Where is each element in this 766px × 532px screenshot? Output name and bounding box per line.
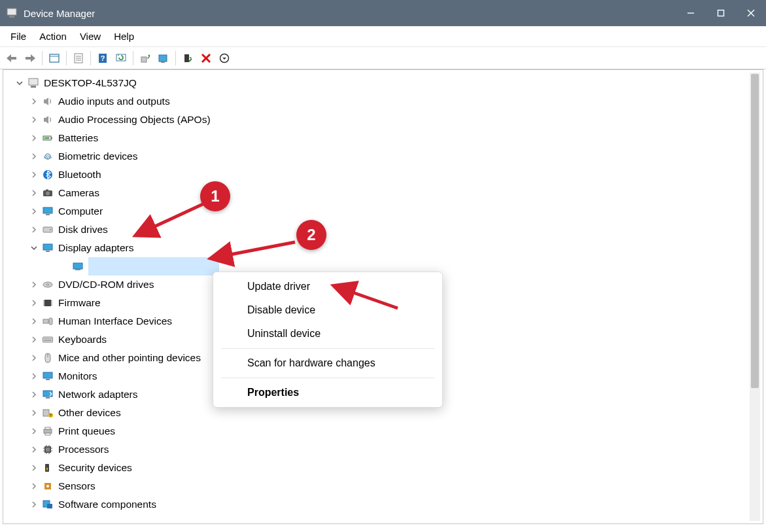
svg-rect-68 bbox=[46, 448, 50, 452]
chevron-right-icon[interactable] bbox=[28, 297, 40, 309]
other-icon: ? bbox=[41, 406, 54, 419]
chevron-right-icon[interactable] bbox=[28, 132, 40, 144]
tree-category[interactable]: Audio inputs and outputs bbox=[6, 92, 760, 111]
svg-rect-51 bbox=[49, 318, 52, 325]
chevron-right-icon[interactable] bbox=[28, 370, 40, 382]
network-icon bbox=[41, 388, 54, 401]
menubar: File Action View Help bbox=[0, 26, 766, 47]
tree-category[interactable]: Cameras bbox=[6, 184, 760, 202]
context-menu-item[interactable]: Update driver bbox=[213, 275, 442, 298]
svg-rect-40 bbox=[75, 269, 80, 270]
context-menu-item[interactable]: Uninstall device bbox=[213, 322, 442, 346]
svg-rect-0 bbox=[7, 9, 16, 15]
context-menu-item[interactable]: Disable device bbox=[213, 298, 442, 322]
hid-icon bbox=[41, 315, 54, 328]
chevron-right-icon[interactable] bbox=[28, 444, 40, 455]
gpu-icon bbox=[71, 260, 84, 273]
chevron-down-icon[interactable] bbox=[28, 242, 40, 254]
tree-category[interactable]: Biometric devices bbox=[6, 147, 760, 166]
svg-rect-38 bbox=[46, 251, 50, 252]
chevron-right-icon[interactable] bbox=[28, 407, 40, 419]
scrollbar-thumb[interactable] bbox=[751, 74, 759, 388]
menu-file[interactable]: File bbox=[4, 28, 33, 44]
disk-icon bbox=[41, 223, 54, 236]
toolbar-update-driver-button[interactable] bbox=[136, 49, 154, 67]
tree-category-label: Mice and other pointing devices bbox=[58, 349, 201, 367]
chevron-right-icon[interactable] bbox=[28, 425, 40, 437]
tree-category[interactable]: Computer bbox=[6, 202, 760, 221]
tree-category-label: Batteries bbox=[58, 129, 98, 147]
chevron-right-icon[interactable] bbox=[28, 224, 40, 236]
tree-category[interactable]: Audio Processing Objects (APOs) bbox=[6, 111, 760, 129]
toolbar: ? bbox=[0, 47, 766, 69]
svg-point-36 bbox=[50, 229, 51, 230]
toolbar-more-button[interactable] bbox=[215, 49, 234, 67]
bluetooth-icon bbox=[41, 168, 54, 181]
chevron-right-icon[interactable] bbox=[28, 334, 40, 346]
monitor-icon bbox=[41, 370, 54, 383]
minimize-button[interactable] bbox=[676, 0, 706, 26]
menu-help[interactable]: Help bbox=[107, 28, 141, 44]
svg-rect-58 bbox=[46, 379, 50, 380]
battery-icon bbox=[41, 132, 54, 145]
svg-rect-27 bbox=[51, 137, 52, 139]
chevron-right-icon[interactable] bbox=[28, 462, 40, 474]
chevron-right-icon[interactable] bbox=[28, 169, 40, 181]
mouse-icon bbox=[41, 351, 54, 364]
security-icon bbox=[41, 461, 54, 474]
chevron-right-icon[interactable] bbox=[28, 205, 40, 217]
svg-rect-57 bbox=[43, 372, 52, 378]
toolbar-uninstall-button[interactable] bbox=[154, 49, 173, 67]
tree-device-label bbox=[88, 257, 219, 275]
tree-category[interactable]: Sensors bbox=[6, 477, 760, 495]
chevron-right-icon[interactable] bbox=[28, 389, 40, 400]
app-icon bbox=[5, 7, 18, 20]
vertical-scrollbar[interactable] bbox=[750, 73, 760, 521]
cpu-icon bbox=[41, 443, 54, 456]
close-button[interactable] bbox=[736, 0, 766, 26]
chevron-right-icon[interactable] bbox=[28, 114, 40, 126]
tree-category[interactable]: Bluetooth bbox=[6, 166, 760, 184]
maximize-button[interactable] bbox=[706, 0, 736, 26]
chevron-right-icon[interactable] bbox=[28, 352, 40, 364]
tree-category[interactable]: Print queues bbox=[6, 422, 760, 440]
keyboard-icon bbox=[41, 333, 54, 346]
tree-category[interactable]: Disk drives bbox=[6, 221, 760, 239]
svg-text:?: ? bbox=[101, 54, 105, 62]
menu-action[interactable]: Action bbox=[33, 28, 73, 44]
toolbar-forward-button[interactable] bbox=[21, 49, 39, 67]
menu-view[interactable]: View bbox=[73, 28, 107, 44]
chevron-right-icon[interactable] bbox=[28, 315, 40, 327]
svg-rect-7 bbox=[26, 57, 31, 60]
toolbar-separator bbox=[133, 51, 133, 65]
svg-rect-64 bbox=[44, 429, 52, 433]
software-icon bbox=[41, 498, 54, 511]
chevron-right-icon[interactable] bbox=[28, 499, 40, 510]
tree-category[interactable]: Software components bbox=[6, 495, 760, 514]
chevron-right-icon[interactable] bbox=[28, 96, 40, 107]
tree-category[interactable]: Batteries bbox=[6, 129, 760, 147]
toolbar-disable-button[interactable] bbox=[197, 49, 215, 67]
svg-rect-6 bbox=[10, 57, 16, 60]
toolbar-enable-button[interactable] bbox=[179, 49, 197, 67]
chevron-down-icon[interactable] bbox=[14, 77, 26, 89]
chevron-right-icon[interactable] bbox=[28, 151, 40, 162]
context-menu-item[interactable]: Scan for hardware changes bbox=[213, 351, 442, 375]
tree-category-label: Biometric devices bbox=[58, 147, 137, 166]
chevron-right-icon[interactable] bbox=[28, 279, 40, 291]
tree-category[interactable]: Security devices bbox=[6, 459, 760, 477]
toolbar-show-hidden-button[interactable] bbox=[45, 49, 63, 67]
svg-point-42 bbox=[46, 284, 49, 285]
chevron-right-icon[interactable] bbox=[28, 480, 40, 492]
tree-category[interactable]: Display adapters bbox=[6, 239, 760, 257]
toolbar-refresh-button[interactable] bbox=[112, 49, 130, 67]
svg-rect-50 bbox=[43, 319, 48, 323]
tree-root[interactable]: DESKTOP-4L537JQ bbox=[6, 74, 760, 92]
toolbar-help-button[interactable]: ? bbox=[94, 49, 112, 67]
context-menu-item[interactable]: Properties bbox=[213, 381, 442, 404]
svg-rect-61 bbox=[43, 410, 49, 416]
tree-category[interactable]: Processors bbox=[6, 440, 760, 459]
chevron-right-icon[interactable] bbox=[28, 187, 40, 199]
toolbar-properties-button[interactable] bbox=[69, 49, 88, 67]
toolbar-back-button[interactable] bbox=[3, 49, 21, 67]
